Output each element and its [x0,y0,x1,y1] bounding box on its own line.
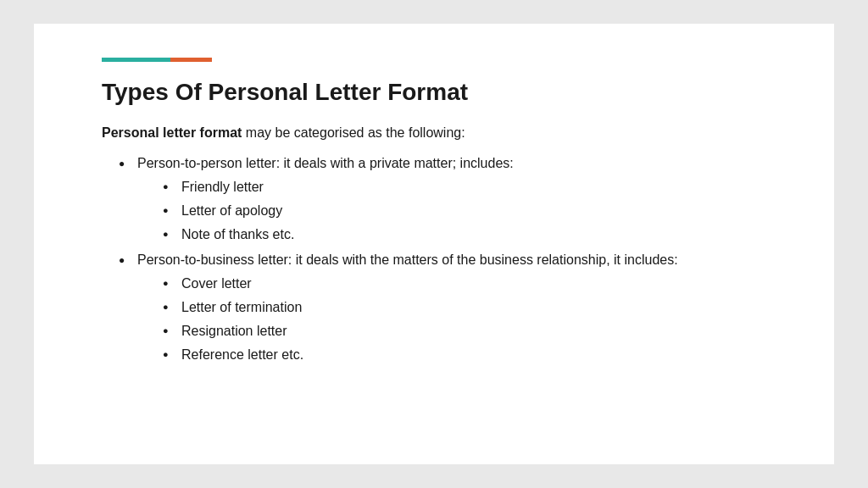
sub-list-2: Cover letter Letter of termination Resig… [163,274,766,365]
slide-wrapper: Types Of Personal Letter Format Personal… [34,24,834,464]
sub-item-1-1: Friendly letter [163,177,766,197]
sub-list-1: Friendly letter Letter of apology Note o… [163,177,766,245]
accent-teal [102,58,170,62]
sub-item-2-3: Resignation letter [163,321,766,341]
slide-container: Types Of Personal Letter Format Personal… [0,0,868,488]
slide-title: Types Of Personal Letter Format [102,79,766,106]
main-list: Person-to-person letter: it deals with a… [119,153,766,365]
list-item-2-text: Person-to-business letter: it deals with… [137,252,678,267]
intro-text: Personal letter format may be categorise… [102,123,766,143]
list-item-1-text: Person-to-person letter: it deals with a… [137,156,514,170]
accent-bar [102,58,212,62]
intro-rest: may be categorised as the following: [242,125,465,140]
sub-item-2-4: Reference letter etc. [163,345,766,365]
sub-item-1-3: Note of thanks etc. [163,225,766,245]
sub-item-2-2: Letter of termination [163,297,766,318]
sub-item-2-1: Cover letter [163,274,766,294]
list-item-1: Person-to-person letter: it deals with a… [119,153,766,245]
intro-bold: Personal letter format [102,125,242,140]
sub-item-1-2: Letter of apology [163,201,766,221]
accent-orange [170,58,212,62]
list-item-2: Person-to-business letter: it deals with… [119,250,766,365]
